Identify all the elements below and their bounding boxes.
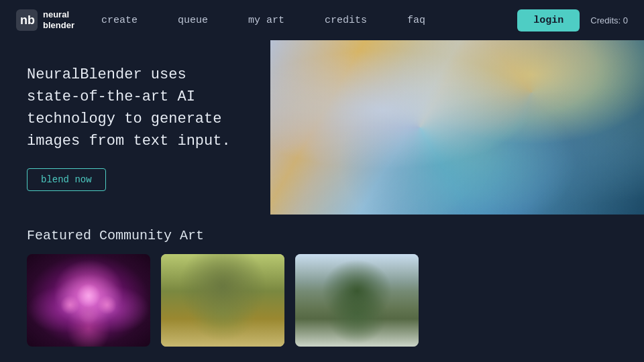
art-grid bbox=[27, 254, 617, 347]
logo-text: neural blender bbox=[43, 9, 74, 30]
featured-section: Featured Community Art bbox=[0, 215, 644, 347]
hero-section: NeuralBlender uses state-of-the-art AI t… bbox=[0, 40, 644, 215]
svg-text:nb: nb bbox=[20, 13, 35, 27]
blend-now-button[interactable]: blend now bbox=[27, 168, 106, 191]
credits-display: Credits: 0 bbox=[590, 15, 628, 25]
art-card-2[interactable] bbox=[161, 254, 284, 347]
nav-link-credits[interactable]: credits bbox=[325, 15, 367, 26]
navbar: nb neural blender create queue my art cr… bbox=[0, 0, 644, 40]
nav-link-queue[interactable]: queue bbox=[178, 15, 208, 26]
nav-link-my-art[interactable]: my art bbox=[248, 15, 284, 26]
login-button[interactable]: login bbox=[517, 9, 580, 32]
nav-link-create[interactable]: create bbox=[101, 15, 138, 26]
hero-bg-swirl bbox=[270, 40, 644, 215]
hero-content: NeuralBlender uses state-of-the-art AI t… bbox=[0, 64, 231, 191]
hero-title-line1: NeuralBlender uses bbox=[27, 66, 186, 83]
art-card-3[interactable] bbox=[295, 254, 419, 347]
featured-title: Featured Community Art bbox=[27, 228, 617, 243]
hero-title-line3: technology to generate bbox=[27, 111, 221, 127]
hero-background bbox=[270, 40, 644, 215]
nav-link-faq[interactable]: faq bbox=[407, 15, 425, 26]
hero-title-line4: images from text input. bbox=[27, 133, 231, 149]
hero-title-line2: state-of-the-art AI bbox=[27, 88, 195, 105]
nav-right: login Credits: 0 bbox=[517, 9, 628, 32]
hero-title: NeuralBlender uses state-of-the-art AI t… bbox=[27, 64, 231, 152]
nav-links: create queue my art credits faq bbox=[101, 15, 517, 26]
logo-area[interactable]: nb neural blender bbox=[16, 9, 74, 31]
logo-icon: nb bbox=[16, 9, 38, 31]
art-card-1[interactable] bbox=[27, 254, 150, 347]
